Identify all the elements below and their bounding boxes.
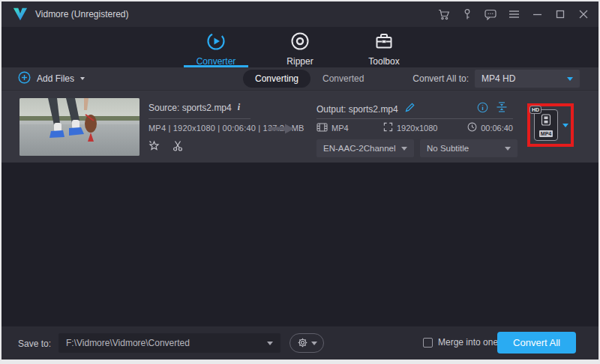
register-key-icon[interactable] [461, 8, 473, 20]
source-tools [147, 139, 184, 152]
output-divider [316, 118, 513, 119]
chevron-down-icon [80, 77, 85, 80]
folder-settings-button[interactable] [290, 333, 324, 353]
output-label: Output: sports2.mp4 [316, 104, 398, 115]
expand-icon [383, 122, 393, 133]
clock-icon [467, 122, 477, 133]
converter-icon [206, 31, 226, 54]
hd-badge: HD [530, 106, 542, 114]
output-duration: 00:06:40 [481, 124, 513, 133]
cart-icon[interactable] [438, 8, 450, 20]
duration-meta: 00:06:40 [467, 122, 513, 133]
arrow-right-icon [267, 123, 296, 138]
edit-effects-icon[interactable] [147, 139, 160, 152]
chevron-down-icon [311, 342, 317, 345]
output-meta: MP4 1920x1080 00:06:40 [316, 122, 513, 133]
convert-all-to: Convert All to: MP4 HD [412, 70, 580, 88]
chevron-down-icon [267, 342, 273, 345]
cut-icon[interactable] [171, 139, 184, 152]
tab-converter-label: Converter [196, 56, 236, 67]
film-strip-icon [541, 114, 551, 129]
vidmore-logo-icon [12, 7, 28, 22]
chevron-down-icon [401, 147, 407, 151]
titlebar: Vidmore (Unregistered) [2, 1, 598, 27]
bottombar: Save to: F:\Vidmore\Vidmore\Converted Me… [2, 326, 598, 360]
film-icon [316, 123, 328, 133]
output-profile-dropdown[interactable]: MP4 HD [475, 70, 580, 88]
tab-converter[interactable]: Converter [184, 27, 248, 67]
add-files-label: Add Files [37, 73, 74, 84]
save-path-dropdown[interactable]: F:\Vidmore\Vidmore\Converted [58, 333, 280, 353]
audio-track-value: EN-AAC-2Channel [323, 144, 396, 153]
app-title: Vidmore (Unregistered) [35, 9, 129, 19]
audio-track-dropdown[interactable]: EN-AAC-2Channel [316, 139, 414, 157]
source-divider [148, 118, 250, 119]
converted-tab[interactable]: Converted [322, 73, 364, 84]
rename-icon[interactable] [404, 102, 416, 116]
add-icon [18, 71, 31, 87]
queue-switch: Converting Converted [243, 67, 364, 90]
titlebar-actions [438, 1, 590, 27]
app-window: Vidmore (Unregistered) [0, 0, 600, 364]
output-info-icon[interactable] [477, 102, 488, 116]
save-path-value: F:\Vidmore\Vidmore\Converted [66, 338, 190, 348]
menu-icon[interactable] [508, 8, 520, 20]
gear-icon [297, 337, 308, 350]
minimize-button[interactable] [531, 8, 543, 20]
media-info-icon[interactable]: i [238, 102, 240, 113]
tab-ripper[interactable]: Ripper [268, 27, 332, 67]
file-list-area [2, 163, 598, 326]
merge-checkbox[interactable] [423, 338, 433, 348]
output-format: MP4 [332, 124, 349, 133]
tab-ripper-label: Ripper [286, 56, 313, 67]
tab-toolbox[interactable]: Toolbox [352, 27, 416, 67]
output-line: Output: sports2.mp4 [316, 102, 416, 116]
toolbar: Add Files Converting Converted Convert A… [2, 67, 598, 90]
feedback-icon[interactable] [484, 8, 496, 20]
save-to-label: Save to: [18, 339, 51, 349]
format-tile-name: MP4 [539, 130, 553, 137]
file-row: Source: sports2.mp4 i MP4 | 1920x1080 | … [2, 90, 598, 163]
add-files-button[interactable]: Add Files [18, 70, 85, 88]
output-actions [477, 101, 508, 116]
ripper-icon [290, 31, 310, 54]
toolbox-icon [374, 31, 394, 54]
resolution-meta: 1920x1080 [383, 122, 437, 133]
close-button[interactable] [578, 8, 590, 20]
output-resolution: 1920x1080 [397, 124, 437, 133]
convert-all-to-label: Convert All to: [412, 73, 469, 84]
adjust-settings-icon[interactable] [496, 101, 508, 116]
annotation-highlight: HD MP4 [527, 103, 574, 147]
format-meta: MP4 [316, 123, 349, 133]
main-tabbar: Converter Ripper Toolbox [2, 27, 598, 67]
chevron-down-icon [505, 147, 511, 151]
convert-all-button[interactable]: Convert All [497, 332, 576, 354]
output-profile-value: MP4 HD [482, 73, 515, 84]
source-label: Source: sports2.mp4 [148, 103, 232, 113]
subtitle-dropdown[interactable]: No Subtitle [420, 139, 518, 157]
subtitle-value: No Subtitle [427, 144, 469, 153]
format-tile-button[interactable]: HD MP4 [534, 109, 558, 141]
video-thumbnail[interactable] [20, 98, 140, 156]
converting-tab[interactable]: Converting [243, 70, 310, 88]
source-line: Source: sports2.mp4 i [148, 102, 240, 113]
chevron-down-icon [567, 77, 573, 81]
tab-toolbox-label: Toolbox [368, 56, 399, 67]
maximize-button[interactable] [554, 8, 566, 20]
format-chevron-down-icon[interactable] [562, 124, 568, 127]
